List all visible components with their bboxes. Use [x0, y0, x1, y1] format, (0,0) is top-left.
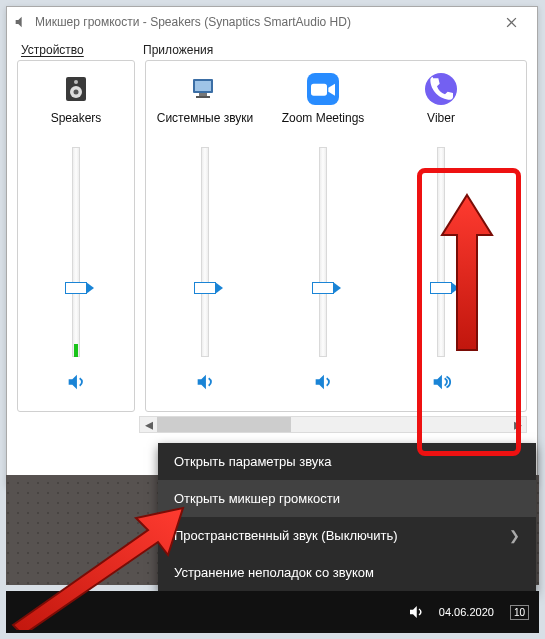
window-title: Микшер громкости - Speakers (Synaptics S… — [35, 15, 491, 29]
scroll-left-icon[interactable]: ◂ — [140, 417, 157, 432]
titlebar: Микшер громкости - Speakers (Synaptics S… — [7, 7, 537, 37]
volume-slider-zoom[interactable] — [309, 147, 337, 357]
mute-button-system[interactable] — [194, 371, 216, 397]
system-sounds-icon[interactable] — [189, 69, 221, 109]
menu-open-sound-settings[interactable]: Открыть параметры звука — [158, 443, 536, 480]
tray-lang[interactable]: 10 — [510, 605, 529, 620]
volume-slider-system[interactable] — [191, 147, 219, 357]
device-section-label: Устройство — [17, 43, 139, 57]
svg-rect-8 — [311, 84, 327, 96]
close-button[interactable] — [491, 8, 531, 36]
svg-rect-6 — [199, 93, 207, 96]
menu-troubleshoot-sound[interactable]: Устранение неполадок со звуком — [158, 554, 536, 591]
tray-volume-icon[interactable] — [407, 603, 425, 621]
svg-rect-5 — [195, 81, 211, 91]
svg-point-3 — [74, 80, 78, 84]
taskbar: 04.06.2020 10 — [6, 591, 539, 633]
chevron-right-icon: ❯ — [509, 528, 520, 543]
channel-device: Speakers — [18, 69, 134, 397]
volume-slider-viber[interactable] — [427, 147, 455, 357]
mute-button-device[interactable] — [65, 371, 87, 397]
svg-point-2 — [74, 90, 79, 95]
apps-scrollbar[interactable]: ◂ ▸ — [139, 416, 527, 433]
channel-label: Zoom Meetings — [282, 111, 365, 141]
channel-viber: Viber — [382, 69, 500, 397]
channel-zoom: Zoom Meetings — [264, 69, 382, 397]
mute-button-zoom[interactable] — [312, 371, 334, 397]
channel-label: Viber — [427, 111, 455, 141]
device-speaker-icon[interactable] — [60, 69, 92, 109]
apps-section-label: Приложения — [139, 43, 527, 57]
menu-item-label: Пространственный звук (Выключить) — [174, 528, 398, 543]
volume-context-menu: Открыть параметры звука Открыть микшер г… — [158, 443, 536, 591]
svg-rect-7 — [196, 96, 210, 98]
volume-slider-device[interactable] — [62, 147, 90, 357]
mute-button-viber[interactable] — [430, 371, 452, 397]
viber-icon[interactable] — [425, 69, 457, 109]
zoom-icon[interactable] — [307, 69, 339, 109]
scroll-right-icon[interactable]: ▸ — [509, 417, 526, 432]
menu-item-label: Открыть параметры звука — [174, 454, 332, 469]
menu-open-volume-mixer[interactable]: Открыть микшер громкости — [158, 480, 536, 517]
channel-label: Системные звуки — [157, 111, 253, 141]
tray-date[interactable]: 04.06.2020 — [439, 606, 494, 619]
speaker-icon — [13, 14, 29, 30]
channel-label: Speakers — [51, 111, 102, 141]
menu-item-label: Устранение неполадок со звуком — [174, 565, 374, 580]
volume-mixer-window: Микшер громкости - Speakers (Synaptics S… — [6, 6, 538, 486]
menu-spatial-sound[interactable]: Пространственный звук (Выключить) ❯ — [158, 517, 536, 554]
menu-item-label: Открыть микшер громкости — [174, 491, 340, 506]
channel-system-sounds: Системные звуки — [146, 69, 264, 397]
